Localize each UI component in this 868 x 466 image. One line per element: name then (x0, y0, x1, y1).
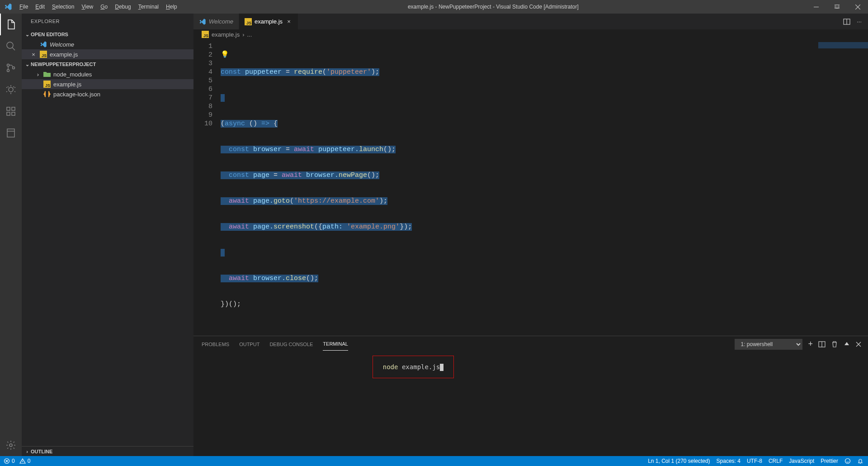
json-file-icon (43, 90, 51, 98)
code-content[interactable]: 💡 const puppeteer = require('puppeteer')… (221, 39, 868, 336)
status-prettier[interactable]: Prettier (821, 458, 838, 464)
svg-rect-10 (12, 112, 15, 115)
new-terminal-icon[interactable]: + (808, 339, 813, 349)
layout-icon[interactable] (0, 122, 22, 144)
breadcrumb[interactable]: JS example.js › ... (193, 29, 868, 39)
menu-debug[interactable]: Debug (111, 4, 134, 10)
extensions-icon[interactable] (0, 100, 22, 122)
panel-tab-debug[interactable]: DEBUG CONSOLE (269, 338, 313, 351)
svg-rect-12 (7, 129, 14, 137)
line-number: 3 (193, 59, 212, 68)
line-number: 4 (193, 68, 212, 76)
minimap[interactable] (818, 42, 868, 48)
sidebar-title: EXPLORER (22, 14, 193, 29)
minimize-button[interactable] (806, 0, 826, 14)
code-editor[interactable]: 1 2 3 4 5 6 7 8 9 10 💡 const puppeteer =… (193, 39, 868, 336)
svg-rect-9 (7, 112, 10, 115)
tree-example[interactable]: JS example.js (22, 79, 193, 89)
terminal-cmd-arg: example.js (402, 363, 440, 371)
svg-point-7 (9, 87, 13, 92)
menu-file[interactable]: File (16, 4, 32, 10)
panel-tab-problems[interactable]: PROBLEMS (202, 338, 229, 351)
tab-example[interactable]: JS example.js × (239, 14, 298, 29)
close-button[interactable] (847, 0, 868, 14)
tree-node-modules[interactable]: › node_modules (22, 69, 193, 79)
terminal-command-highlight: node example.js (373, 356, 454, 378)
panel-tab-terminal[interactable]: TERMINAL (323, 338, 348, 351)
line-number: 9 (193, 111, 212, 119)
title-bar: File Edit Selection View Go Debug Termin… (0, 0, 868, 14)
open-editors-header[interactable]: ⌄ OPEN EDITORS (22, 29, 193, 39)
outline-header[interactable]: › OUTLINE (22, 446, 193, 456)
source-control-icon[interactable] (0, 57, 22, 79)
vscode-icon (40, 41, 47, 48)
editor-area: Welcome JS example.js × ··· JS example.j… (193, 14, 868, 456)
svg-point-3 (7, 42, 13, 48)
line-number: 7 (193, 94, 212, 102)
status-language[interactable]: JavaScript (789, 458, 814, 464)
tree-label: node_modules (53, 71, 92, 78)
maximize-button[interactable] (826, 0, 847, 14)
line-gutter: 1 2 3 4 5 6 7 8 9 10 (193, 39, 221, 336)
outline-label: OUTLINE (31, 449, 52, 454)
split-terminal-icon[interactable] (818, 341, 826, 348)
status-warnings[interactable]: 0 (19, 458, 31, 464)
chevron-right-icon: › (24, 449, 31, 454)
terminal-body[interactable]: node example.js (193, 352, 868, 456)
vscode-logo-icon (0, 3, 16, 11)
panel-tab-output[interactable]: OUTPUT (239, 338, 259, 351)
line-number: 6 (193, 85, 212, 94)
tab-welcome[interactable]: Welcome (193, 14, 239, 29)
open-editor-example[interactable]: × JS example.js (22, 49, 193, 59)
status-errors[interactable]: 0 (4, 458, 15, 464)
maximize-panel-icon[interactable] (844, 341, 850, 347)
status-encoding[interactable]: UTF-8 (747, 458, 762, 464)
status-spaces[interactable]: Spaces: 4 (717, 458, 741, 464)
svg-point-4 (7, 64, 9, 67)
tree-package-lock[interactable]: package-lock.json (22, 89, 193, 99)
menu-terminal[interactable]: Terminal (135, 4, 162, 10)
terminal-select[interactable]: 1: powershell (735, 339, 802, 350)
js-file-icon: JS (202, 31, 209, 38)
trash-icon[interactable] (831, 341, 838, 348)
close-icon[interactable]: × (285, 18, 292, 25)
editor-tab-bar: Welcome JS example.js × ··· (193, 14, 868, 29)
open-editor-label: Welcome (50, 41, 74, 48)
chevron-right-icon: › (242, 31, 244, 38)
main-area: EXPLORER ⌄ OPEN EDITORS Welcome × JS exa… (0, 14, 868, 456)
folder-icon (43, 71, 51, 77)
status-feedback-icon[interactable] (844, 458, 851, 464)
vscode-icon (199, 18, 206, 25)
svg-rect-11 (12, 107, 15, 110)
menu-go[interactable]: Go (97, 4, 111, 10)
status-bell-icon[interactable] (857, 458, 863, 464)
project-header[interactable]: ⌄ NEWPUPPETEERPROJECT (22, 59, 193, 69)
search-icon[interactable] (0, 35, 22, 57)
svg-rect-2 (836, 5, 840, 8)
close-icon[interactable]: × (30, 51, 37, 58)
explorer-icon[interactable] (0, 14, 22, 35)
menu-edit[interactable]: Edit (32, 4, 48, 10)
lightbulb-icon[interactable]: 💡 (221, 51, 229, 59)
window-title: example.js - NewPuppeteerProject - Visua… (181, 4, 806, 10)
terminal-cmd-node: node (383, 363, 402, 371)
status-ln-col[interactable]: Ln 1, Col 1 (270 selected) (648, 458, 710, 464)
menu-selection[interactable]: Selection (48, 4, 78, 10)
menu-help[interactable]: Help (162, 4, 181, 10)
js-file-icon: JS (40, 51, 47, 58)
close-panel-icon[interactable] (855, 341, 862, 347)
split-editor-icon[interactable] (843, 18, 850, 25)
debug-icon[interactable] (0, 79, 22, 100)
breadcrumb-file: example.js (212, 31, 240, 38)
status-eol[interactable]: CRLF (769, 458, 783, 464)
open-editor-welcome[interactable]: Welcome (22, 39, 193, 49)
menu-view[interactable]: View (78, 4, 97, 10)
svg-rect-8 (7, 107, 10, 110)
settings-gear-icon[interactable] (0, 434, 22, 456)
more-actions-icon[interactable]: ··· (857, 18, 862, 25)
svg-point-6 (13, 67, 15, 69)
open-editors-label: OPEN EDITORS (31, 32, 68, 37)
tab-label: Welcome (209, 18, 233, 25)
tree-label: package-lock.json (53, 91, 100, 98)
svg-point-13 (9, 444, 12, 447)
